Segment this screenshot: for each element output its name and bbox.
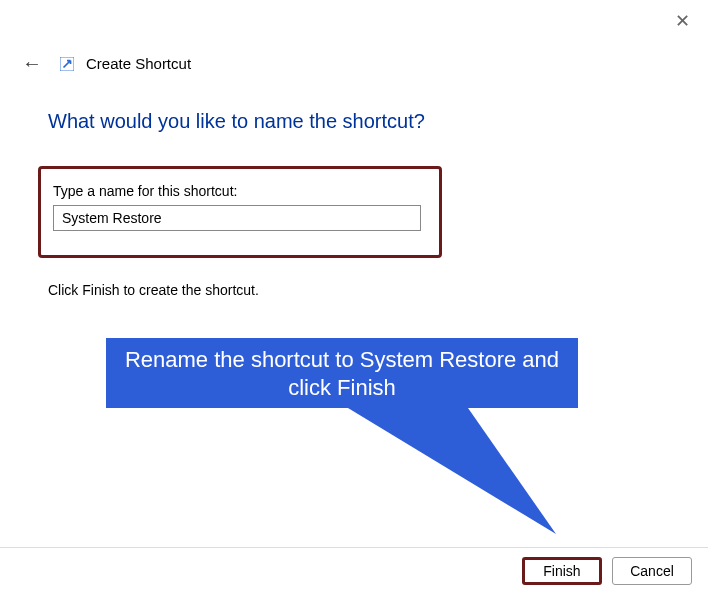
shortcut-name-input[interactable] xyxy=(53,205,421,231)
svg-marker-1 xyxy=(348,408,556,534)
shortcut-icon xyxy=(60,57,74,71)
page-heading: What would you like to name the shortcut… xyxy=(48,110,425,133)
annotation-callout-tail xyxy=(348,408,562,538)
name-field-highlight: Type a name for this shortcut: xyxy=(38,166,442,258)
shortcut-name-label: Type a name for this shortcut: xyxy=(53,183,427,199)
cancel-button[interactable]: Cancel xyxy=(612,557,692,585)
wizard-footer: Finish Cancel xyxy=(0,547,708,593)
finish-button[interactable]: Finish xyxy=(522,557,602,585)
close-icon[interactable]: ✕ xyxy=(675,10,690,32)
instruction-text: Click Finish to create the shortcut. xyxy=(48,282,259,298)
wizard-header: ← Create Shortcut xyxy=(16,50,191,77)
create-shortcut-wizard: ✕ ← Create Shortcut What would you like … xyxy=(0,0,708,593)
annotation-callout: Rename the shortcut to System Restore an… xyxy=(106,338,578,408)
back-arrow-icon[interactable]: ← xyxy=(16,50,48,77)
wizard-title: Create Shortcut xyxy=(86,55,191,72)
